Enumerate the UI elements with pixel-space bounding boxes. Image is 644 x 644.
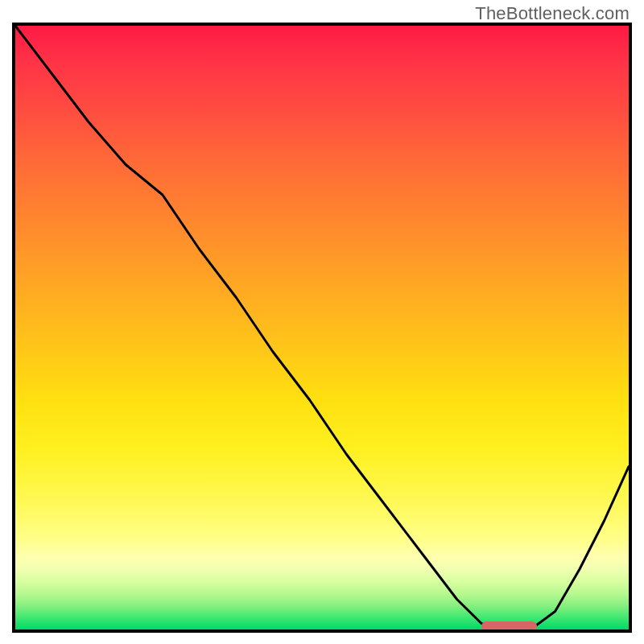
chart-plot-area — [12, 23, 632, 633]
optimal-range-marker — [481, 621, 537, 631]
watermark-text: TheBottleneck.com — [475, 3, 630, 24]
bottleneck-curve — [15, 26, 629, 630]
